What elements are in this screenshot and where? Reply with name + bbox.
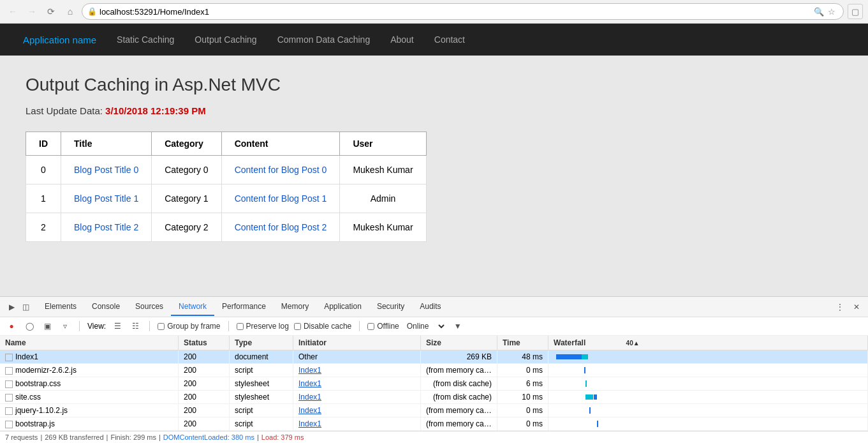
table-row: 2 Blog Post Title 2 Category 2 Content f… — [26, 213, 427, 242]
net-time: 0 ms — [497, 404, 548, 417]
view-list-icon[interactable]: ☰ — [111, 320, 124, 333]
net-size: (from disk cache) — [421, 377, 497, 390]
net-time: 6 ms — [497, 377, 548, 390]
net-waterfall — [548, 404, 868, 417]
initiator-link[interactable]: Index1 — [298, 406, 321, 415]
view-large-icon[interactable]: ☷ — [129, 320, 142, 333]
cell-id: 0 — [26, 156, 61, 184]
devtools-close-icon[interactable]: ✕ — [850, 301, 863, 313]
view-label: View: — [87, 322, 106, 331]
net-time: 0 ms — [497, 364, 548, 377]
devtools-tab-audits[interactable]: Audits — [412, 298, 448, 316]
nav-contact[interactable]: Contact — [424, 26, 475, 54]
site-navbar: Application name Static Caching Output C… — [0, 24, 868, 56]
net-waterfall — [548, 377, 868, 390]
cell-title: Blog Post Title 1 — [61, 184, 152, 213]
browser-chrome: ← → ⟳ ⌂ 🔒 🔍 ☆ ▢ — [0, 0, 868, 24]
net-name: jquery-1.10.2.js — [0, 404, 179, 417]
status-bar: 7 requests | 269 KB transferred | Finish… — [0, 431, 868, 443]
filter-icon[interactable]: ▿ — [59, 320, 71, 333]
home-button[interactable]: ⌂ — [63, 4, 78, 19]
preserve-log-label[interactable]: Preserve log — [237, 322, 289, 331]
cell-user: Mukesh Kumar — [340, 156, 426, 184]
devtools-panel: ▶ ◫ ElementsConsoleSourcesNetworkPerform… — [0, 296, 868, 443]
extensions-icon[interactable]: ▢ — [848, 4, 863, 19]
cell-title: Blog Post Title 0 — [61, 156, 152, 184]
net-waterfall — [548, 350, 868, 363]
main-content: Output Caching in Asp.Net MVC Last Updat… — [0, 56, 868, 296]
devtools-tab-performance[interactable]: Performance — [214, 298, 274, 316]
throttle-dropdown-icon[interactable]: ▼ — [452, 320, 464, 333]
nav-static-caching[interactable]: Static Caching — [107, 26, 184, 54]
header-time: Time — [497, 336, 548, 350]
net-initiator: Index1 — [293, 404, 421, 417]
dom-content-loaded: DOMContentLoaded: 380 ms — [163, 433, 254, 441]
capture-screenshot-button[interactable]: ▣ — [41, 320, 54, 333]
initiator-link[interactable]: Index1 — [298, 366, 321, 375]
group-by-frame-label[interactable]: Group by frame — [158, 322, 220, 331]
devtools-device-icon[interactable]: ◫ — [19, 301, 32, 313]
devtools-tab-application[interactable]: Application — [316, 298, 369, 316]
blog-posts-table: ID Title Category Content User 0 Blog Po… — [26, 131, 427, 242]
network-rows: Index1 200 document Other 269 KB 48 ms m… — [0, 350, 868, 431]
disable-cache-label[interactable]: Disable cache — [294, 322, 351, 331]
devtools-tab-sources[interactable]: Sources — [128, 298, 171, 316]
nav-output-caching[interactable]: Output Caching — [184, 26, 267, 54]
initiator-link[interactable]: Index1 — [298, 379, 321, 388]
net-name: bootstrap.css — [0, 377, 179, 390]
group-by-frame-checkbox[interactable] — [158, 323, 165, 330]
initiator-link[interactable]: Index1 — [298, 393, 321, 402]
net-type: script — [230, 364, 293, 377]
net-size: 269 KB — [421, 350, 497, 363]
preserve-log-checkbox[interactable] — [237, 323, 244, 330]
net-waterfall — [548, 364, 868, 377]
last-update-label: Last Update Data: — [26, 105, 103, 116]
back-button[interactable]: ← — [5, 4, 20, 19]
browser-toolbar: ← → ⟳ ⌂ 🔒 🔍 ☆ ▢ — [0, 0, 868, 23]
net-type: document — [230, 350, 293, 363]
network-row[interactable]: jquery-1.10.2.js 200 script Index1 (from… — [0, 404, 868, 417]
network-row[interactable]: bootstrap.css 200 stylesheet Index1 (fro… — [0, 377, 868, 391]
disable-cache-checkbox[interactable] — [294, 323, 301, 330]
nav-common-data-caching[interactable]: Common Data Caching — [267, 26, 381, 54]
devtools-tab-console[interactable]: Console — [84, 298, 128, 316]
net-time: 48 ms — [497, 350, 548, 363]
reload-button[interactable]: ⟳ — [43, 4, 59, 19]
net-type: script — [230, 417, 293, 430]
devtools-tab-security[interactable]: Security — [369, 298, 412, 316]
address-bar-input[interactable] — [99, 7, 813, 17]
net-type: script — [230, 404, 293, 417]
cell-category: Category 1 — [152, 184, 221, 213]
devtools-tab-memory[interactable]: Memory — [274, 298, 316, 316]
offline-checkbox[interactable] — [367, 323, 374, 330]
offline-label[interactable]: Offline — [367, 322, 399, 331]
header-type: Type — [230, 336, 293, 350]
bookmark-icon[interactable]: ☆ — [825, 5, 838, 18]
table-row: 0 Blog Post Title 0 Category 0 Content f… — [26, 156, 427, 184]
devtools-tab-network[interactable]: Network — [171, 298, 214, 316]
devtools-tab-elements[interactable]: Elements — [37, 298, 84, 316]
network-row[interactable]: bootstrap.js 200 script Index1 (from mem… — [0, 417, 868, 431]
cell-content: Content for Blog Post 0 — [221, 156, 340, 184]
network-row[interactable]: Index1 200 document Other 269 KB 48 ms — [0, 350, 868, 364]
record-button[interactable]: ● — [5, 320, 18, 333]
forward-button[interactable]: → — [24, 4, 40, 19]
navbar-brand[interactable]: Application name — [13, 26, 107, 54]
devtools-inspect-icon[interactable]: ▶ — [5, 301, 18, 313]
net-status: 200 — [179, 364, 230, 377]
header-size: Size — [421, 336, 497, 350]
nav-about[interactable]: About — [380, 26, 424, 54]
cell-category: Category 0 — [152, 156, 221, 184]
network-row[interactable]: modernizr-2.6.2.js 200 script Index1 (fr… — [0, 364, 868, 377]
devtools-menu-icon[interactable]: ⋮ — [834, 301, 846, 313]
net-waterfall — [548, 417, 868, 430]
throttle-select[interactable]: Online Fast 3G Slow 3G Offline — [404, 321, 446, 331]
cell-user: Mukesh Kumar — [340, 213, 426, 242]
load-time: Load: 379 ms — [261, 433, 304, 441]
cell-content: Content for Blog Post 1 — [221, 184, 340, 213]
initiator-link[interactable]: Index1 — [298, 419, 321, 428]
clear-button[interactable]: ◯ — [23, 320, 36, 333]
network-row[interactable]: site.css 200 stylesheet Index1 (from dis… — [0, 391, 868, 404]
search-icon[interactable]: 🔍 — [813, 5, 825, 18]
col-header-id: ID — [26, 132, 61, 156]
